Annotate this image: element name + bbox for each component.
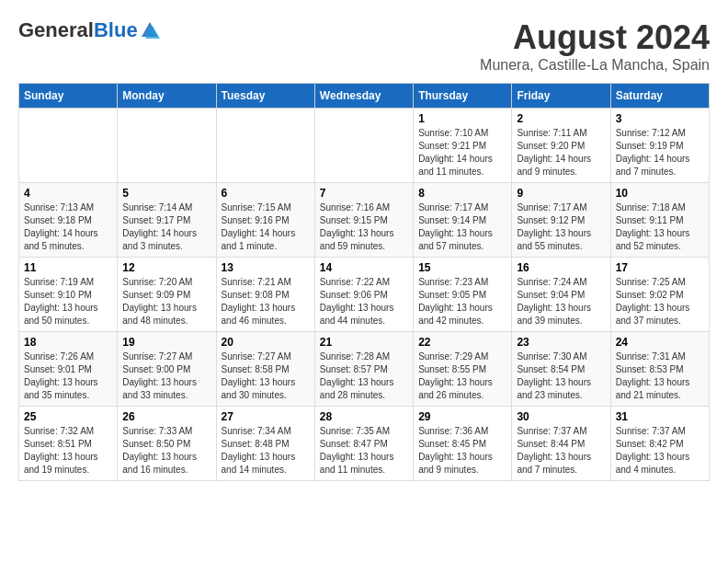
day-number: 23 [517,336,605,349]
day-number: 10 [616,187,704,200]
calendar-week-row: 1Sunrise: 7:10 AMSunset: 9:21 PMDaylight… [19,109,710,183]
day-info: Sunrise: 7:21 AMSunset: 9:08 PMDaylight:… [222,276,310,327]
calendar-cell [19,109,118,183]
day-number: 4 [24,187,112,200]
calendar-cell: 1Sunrise: 7:10 AMSunset: 9:21 PMDaylight… [414,109,512,183]
day-number: 13 [222,261,310,274]
day-number: 14 [320,261,408,274]
header-row: SundayMondayTuesdayWednesdayThursdayFrid… [19,84,710,109]
day-info: Sunrise: 7:13 AMSunset: 9:18 PMDaylight:… [24,201,112,253]
day-number: 20 [222,336,310,349]
calendar-cell: 15Sunrise: 7:23 AMSunset: 9:05 PMDayligh… [414,258,512,332]
calendar-cell: 25Sunrise: 7:32 AMSunset: 8:51 PMDayligh… [19,407,118,481]
calendar-cell: 5Sunrise: 7:14 AMSunset: 9:17 PMDaylight… [118,183,216,258]
day-of-week-header: Tuesday [216,84,314,109]
day-info: Sunrise: 7:36 AMSunset: 8:45 PMDaylight:… [418,425,506,477]
calendar-cell [216,109,314,183]
calendar-week-row: 4Sunrise: 7:13 AMSunset: 9:18 PMDaylight… [19,183,710,258]
day-info: Sunrise: 7:20 AMSunset: 9:09 PMDaylight:… [122,276,210,327]
day-info: Sunrise: 7:26 AMSunset: 9:01 PMDaylight:… [24,350,112,402]
day-info: Sunrise: 7:11 AMSunset: 9:20 PMDaylight:… [517,127,605,178]
calendar-week-row: 25Sunrise: 7:32 AMSunset: 8:51 PMDayligh… [19,407,710,481]
calendar-cell: 22Sunrise: 7:29 AMSunset: 8:55 PMDayligh… [414,332,512,407]
day-number: 22 [418,336,506,349]
day-info: Sunrise: 7:24 AMSunset: 9:04 PMDaylight:… [517,276,605,327]
day-number: 5 [122,187,210,200]
calendar-cell: 11Sunrise: 7:19 AMSunset: 9:10 PMDayligh… [19,258,118,332]
day-info: Sunrise: 7:19 AMSunset: 9:10 PMDaylight:… [24,276,112,327]
day-number: 19 [122,336,210,349]
calendar-cell: 29Sunrise: 7:36 AMSunset: 8:45 PMDayligh… [414,407,512,481]
logo-text: GeneralBlue [18,18,138,42]
main-title: August 2024 [480,18,710,57]
day-number: 11 [24,261,112,274]
day-info: Sunrise: 7:32 AMSunset: 8:51 PMDaylight:… [24,425,112,477]
day-info: Sunrise: 7:16 AMSunset: 9:15 PMDaylight:… [320,201,408,253]
calendar-cell: 14Sunrise: 7:22 AMSunset: 9:06 PMDayligh… [314,258,413,332]
calendar-cell: 7Sunrise: 7:16 AMSunset: 9:15 PMDaylight… [314,183,413,258]
subtitle: Munera, Castille-La Mancha, Spain [480,57,710,74]
day-number: 17 [616,261,704,274]
day-info: Sunrise: 7:33 AMSunset: 8:50 PMDaylight:… [122,425,210,477]
calendar-week-row: 11Sunrise: 7:19 AMSunset: 9:10 PMDayligh… [19,258,710,332]
calendar-table: SundayMondayTuesdayWednesdayThursdayFrid… [18,83,710,481]
day-info: Sunrise: 7:35 AMSunset: 8:47 PMDaylight:… [320,425,408,477]
day-info: Sunrise: 7:14 AMSunset: 9:17 PMDaylight:… [122,201,210,253]
day-number: 15 [418,261,506,274]
calendar-cell: 13Sunrise: 7:21 AMSunset: 9:08 PMDayligh… [216,258,314,332]
day-number: 9 [517,187,605,200]
calendar-cell: 26Sunrise: 7:33 AMSunset: 8:50 PMDayligh… [118,407,216,481]
day-number: 27 [222,410,310,423]
calendar-cell: 2Sunrise: 7:11 AMSunset: 9:20 PMDaylight… [512,109,610,183]
calendar-cell: 20Sunrise: 7:27 AMSunset: 8:58 PMDayligh… [216,332,314,407]
day-number: 29 [418,410,506,423]
day-info: Sunrise: 7:37 AMSunset: 8:42 PMDaylight:… [616,425,704,477]
calendar-cell: 28Sunrise: 7:35 AMSunset: 8:47 PMDayligh… [314,407,413,481]
day-number: 1 [418,112,506,125]
day-number: 6 [222,187,310,200]
day-of-week-header: Monday [118,84,216,109]
calendar-cell: 3Sunrise: 7:12 AMSunset: 9:19 PMDaylight… [610,109,709,183]
day-number: 8 [418,187,506,200]
day-info: Sunrise: 7:30 AMSunset: 8:54 PMDaylight:… [517,350,605,402]
day-info: Sunrise: 7:15 AMSunset: 9:16 PMDaylight:… [222,201,310,253]
calendar-week-row: 18Sunrise: 7:26 AMSunset: 9:01 PMDayligh… [19,332,710,407]
calendar-cell: 27Sunrise: 7:34 AMSunset: 8:48 PMDayligh… [216,407,314,481]
day-number: 24 [616,336,704,349]
calendar-cell: 16Sunrise: 7:24 AMSunset: 9:04 PMDayligh… [512,258,610,332]
calendar-cell: 6Sunrise: 7:15 AMSunset: 9:16 PMDaylight… [216,183,314,258]
day-of-week-header: Thursday [414,84,512,109]
day-number: 12 [122,261,210,274]
day-info: Sunrise: 7:31 AMSunset: 8:53 PMDaylight:… [616,350,704,402]
calendar-cell: 12Sunrise: 7:20 AMSunset: 9:09 PMDayligh… [118,258,216,332]
day-number: 30 [517,410,605,423]
day-info: Sunrise: 7:27 AMSunset: 8:58 PMDaylight:… [222,350,310,402]
calendar-cell: 31Sunrise: 7:37 AMSunset: 8:42 PMDayligh… [610,407,709,481]
day-info: Sunrise: 7:28 AMSunset: 8:57 PMDaylight:… [320,350,408,402]
calendar-header: SundayMondayTuesdayWednesdayThursdayFrid… [19,84,710,109]
calendar-cell: 4Sunrise: 7:13 AMSunset: 9:18 PMDaylight… [19,183,118,258]
day-info: Sunrise: 7:17 AMSunset: 9:12 PMDaylight:… [517,201,605,253]
calendar-cell: 24Sunrise: 7:31 AMSunset: 8:53 PMDayligh… [610,332,709,407]
day-info: Sunrise: 7:23 AMSunset: 9:05 PMDaylight:… [418,276,506,327]
day-info: Sunrise: 7:10 AMSunset: 9:21 PMDaylight:… [418,127,506,178]
day-info: Sunrise: 7:12 AMSunset: 9:19 PMDaylight:… [616,127,704,178]
calendar-body: 1Sunrise: 7:10 AMSunset: 9:21 PMDaylight… [19,109,710,481]
calendar-cell: 9Sunrise: 7:17 AMSunset: 9:12 PMDaylight… [512,183,610,258]
day-number: 26 [122,410,210,423]
day-number: 3 [616,112,704,125]
day-number: 2 [517,112,605,125]
calendar-cell [314,109,413,183]
day-info: Sunrise: 7:34 AMSunset: 8:48 PMDaylight:… [222,425,310,477]
day-number: 21 [320,336,408,349]
day-info: Sunrise: 7:37 AMSunset: 8:44 PMDaylight:… [517,425,605,477]
title-block: August 2024 Munera, Castille-La Mancha, … [480,18,710,74]
day-info: Sunrise: 7:27 AMSunset: 9:00 PMDaylight:… [122,350,210,402]
day-number: 25 [24,410,112,423]
day-number: 28 [320,410,408,423]
logo: GeneralBlue [18,18,160,42]
calendar-cell: 17Sunrise: 7:25 AMSunset: 9:02 PMDayligh… [610,258,709,332]
calendar-cell: 10Sunrise: 7:18 AMSunset: 9:11 PMDayligh… [610,183,709,258]
calendar-cell: 21Sunrise: 7:28 AMSunset: 8:57 PMDayligh… [314,332,413,407]
day-info: Sunrise: 7:18 AMSunset: 9:11 PMDaylight:… [616,201,704,253]
